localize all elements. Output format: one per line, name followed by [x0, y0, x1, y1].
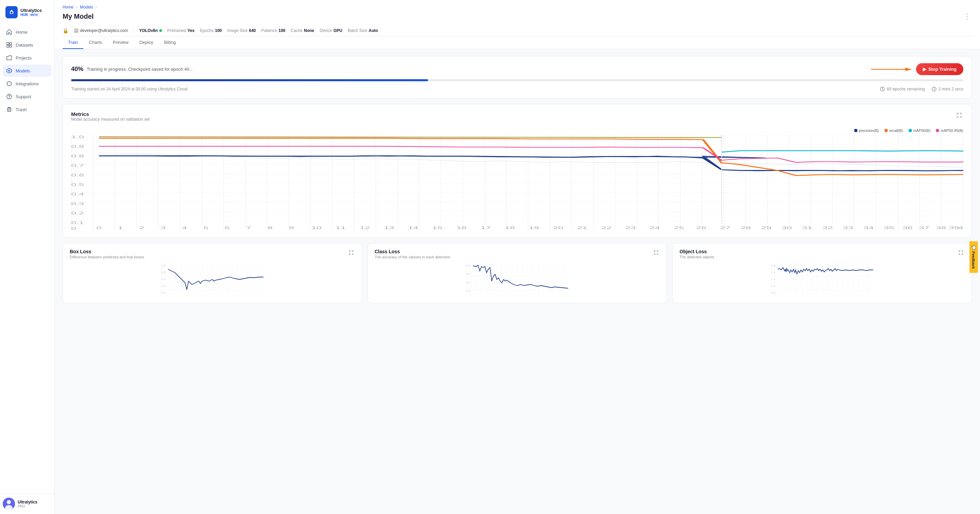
legend-map50-95: mAP50-95(B): [936, 128, 963, 133]
sidebar-item-trash[interactable]: Trash: [3, 103, 51, 116]
epochs-remaining-text: 60 epochs remaining: [887, 87, 924, 92]
svg-text:10: 10: [311, 226, 321, 230]
svg-text:0.6: 0.6: [71, 173, 84, 177]
sidebar-item-label: Support: [16, 94, 31, 99]
svg-text:8: 8: [267, 226, 272, 230]
svg-text:35: 35: [884, 226, 894, 230]
datasets-icon: [6, 42, 12, 48]
svg-text:2.5: 2.5: [466, 289, 471, 293]
tab-preview[interactable]: Preview: [107, 36, 134, 49]
svg-text:1.4: 1.4: [161, 278, 166, 281]
logo-text: Ultralytics HUB BETA: [21, 8, 42, 17]
projects-icon: [6, 55, 12, 61]
svg-rect-4: [7, 45, 9, 47]
svg-text:1.0: 1.0: [71, 135, 84, 139]
svg-text:0.5: 0.5: [71, 182, 84, 187]
svg-point-1: [11, 11, 13, 14]
meta-batch-size: Batch Size Auto: [348, 28, 378, 33]
svg-text:5: 5: [203, 226, 208, 230]
sidebar-item-home[interactable]: Home: [3, 26, 51, 38]
sidebar: Ultralytics HUB BETA Home Datasets Proj: [0, 0, 54, 514]
meta-patience: Patience 100: [261, 28, 285, 33]
user-section: Ultralytics PRO: [0, 493, 54, 514]
metrics-subtitle: Model accuracy measured on validation se…: [71, 117, 150, 122]
home-icon: [6, 29, 12, 35]
svg-text:1.6: 1.6: [771, 271, 775, 274]
tab-train[interactable]: Train: [63, 36, 83, 49]
expand-class-loss-button[interactable]: [652, 249, 660, 257]
svg-text:4.0: 4.0: [466, 264, 471, 267]
svg-text:0.7: 0.7: [71, 163, 84, 168]
svg-text:18: 18: [504, 226, 515, 230]
tab-billing[interactable]: Billing: [159, 36, 181, 49]
svg-text:27: 27: [721, 226, 730, 230]
breadcrumb: Home > Models >: [63, 5, 972, 10]
training-header: 40% Training in progress. Checkpoint sav…: [71, 63, 963, 75]
svg-text:0.1: 0.1: [71, 221, 84, 225]
svg-text:0: 0: [96, 226, 102, 230]
expand-box-loss-button[interactable]: [347, 249, 355, 257]
svg-text:30: 30: [782, 226, 792, 230]
time-remaining-text: 2 mins 2 secs: [939, 87, 963, 92]
svg-text:21: 21: [577, 226, 587, 230]
more-options-button[interactable]: ⋮: [962, 11, 972, 22]
svg-text:40: 40: [958, 226, 963, 230]
metrics-chart-svg: 1.0 0.9 0.8 0.7 0.6 0.5 0.4 0.3 0.2 0.1 …: [71, 135, 963, 230]
class-loss-title: Class Loss: [375, 249, 450, 254]
meta-model-value: YOLOv8n: [139, 28, 158, 33]
svg-rect-84: [466, 262, 568, 297]
page-title: My Model: [63, 13, 94, 21]
meta-image-size: Image Size 640: [227, 28, 256, 33]
object-loss-header: Object Loss The detected objects: [679, 249, 965, 262]
sidebar-item-datasets[interactable]: Datasets: [3, 39, 51, 51]
breadcrumb-home[interactable]: Home: [63, 5, 73, 10]
sidebar-item-label: Home: [16, 30, 27, 35]
svg-text:29: 29: [761, 226, 772, 230]
svg-rect-5: [10, 45, 11, 47]
svg-text:0.3: 0.3: [71, 201, 84, 206]
training-footer-text: Training started on 24 April 2024 at 00:…: [71, 87, 188, 92]
logo: Ultralytics HUB BETA: [0, 0, 54, 23]
metrics-title-block: Metrics Model accuracy measured on valid…: [71, 111, 150, 127]
tab-deploy[interactable]: Deploy: [134, 36, 159, 49]
sidebar-item-support[interactable]: Support: [3, 90, 51, 103]
tab-charts[interactable]: Charts: [83, 36, 107, 49]
svg-text:1.6: 1.6: [161, 271, 166, 274]
svg-text:1: 1: [118, 226, 123, 230]
box-loss-title: Box Loss: [70, 249, 144, 254]
feedback-button[interactable]: 💬 Feedback: [969, 241, 978, 273]
user-plan: PRO: [18, 504, 37, 508]
breadcrumb-models[interactable]: Models: [80, 5, 93, 10]
svg-text:31: 31: [802, 226, 812, 230]
app-name: Ultralytics: [21, 8, 42, 13]
trash-icon: [6, 106, 12, 113]
training-footer: Training started on 24 April 2024 at 00:…: [71, 87, 963, 92]
svg-point-7: [8, 70, 10, 71]
svg-text:14: 14: [408, 226, 418, 230]
user-name: Ultralytics: [18, 500, 37, 504]
sidebar-item-integrations[interactable]: Integrations: [3, 78, 51, 90]
expand-object-loss-button[interactable]: [957, 249, 965, 257]
model-status-dot: [159, 29, 162, 32]
svg-text:11: 11: [336, 226, 346, 230]
stop-training-button[interactable]: ▶ Stop Training: [916, 63, 963, 75]
training-card: 40% Training in progress. Checkpoint sav…: [63, 56, 972, 98]
meta-epochs: Epochs 100: [200, 28, 222, 33]
svg-text:36: 36: [902, 226, 913, 230]
svg-text:37: 37: [919, 226, 929, 230]
box-loss-header: Box Loss Difference between predicted an…: [70, 249, 355, 262]
model-meta: 🔒 developer@ultralytics.com YOLOv8n Pret…: [63, 25, 972, 36]
avatar: [3, 498, 15, 510]
svg-text:26: 26: [696, 226, 706, 230]
svg-rect-89: [771, 262, 873, 297]
sidebar-item-projects[interactable]: Projects: [3, 52, 51, 64]
box-loss-subtitle: Difference between predicted and true bo…: [70, 255, 144, 259]
breadcrumb-sep2: >: [95, 5, 98, 10]
svg-marker-20: [905, 68, 912, 71]
sidebar-item-models[interactable]: Models: [3, 65, 51, 77]
beta-badge: BETA: [29, 13, 39, 17]
svg-text:39: 39: [949, 226, 959, 230]
expand-chart-button[interactable]: [955, 111, 963, 121]
metrics-title: Metrics: [71, 111, 150, 117]
svg-text:34: 34: [863, 226, 873, 230]
